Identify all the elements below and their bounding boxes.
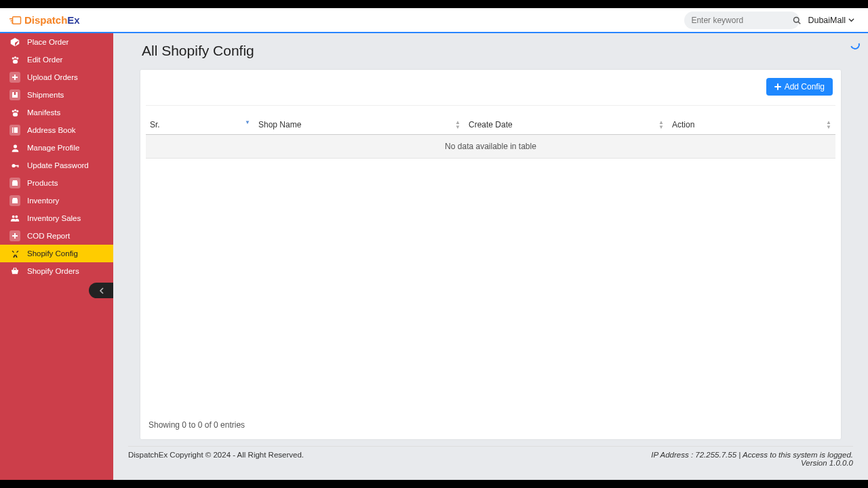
main-header: All Shopify Config — [113, 33, 868, 64]
sidebar-item-inventory-sales[interactable]: Inventory Sales — [0, 209, 113, 227]
svg-point-14 — [16, 110, 18, 112]
svg-point-4 — [794, 17, 800, 22]
sidebar-item-manifests[interactable]: Manifests — [0, 104, 113, 121]
letterbox-top — [0, 0, 868, 8]
users-icon — [9, 213, 20, 224]
letterbox-bottom — [0, 480, 868, 488]
col-sr-label: Sr. — [150, 120, 160, 129]
svg-point-9 — [12, 60, 17, 64]
col-action-label: Action — [672, 120, 694, 129]
brand-box-icon — [9, 16, 22, 25]
brand-text-2: Ex — [67, 14, 79, 26]
sidebar-item-upload-orders[interactable]: Upload Orders — [0, 68, 113, 86]
sidebar-item-address-book[interactable]: Address Book — [0, 121, 113, 139]
sidebar-collapse-button[interactable] — [89, 283, 114, 298]
sidebar-item-label: Address Book — [27, 126, 76, 134]
user-menu[interactable]: DubaiMall — [808, 16, 859, 25]
col-shop-name[interactable]: Shop Name ▲▼ — [254, 115, 465, 135]
svg-point-7 — [14, 56, 16, 58]
col-create-date-label: Create Date — [469, 120, 513, 129]
tools-icon — [9, 248, 20, 259]
app-window: DispatchEx DubaiMall Place Order — [0, 8, 868, 480]
svg-point-18 — [13, 144, 16, 148]
sidebar-item-label: Inventory — [27, 197, 59, 205]
sort-both-icon: ▲▼ — [455, 120, 460, 129]
store-icon — [9, 195, 20, 206]
col-action[interactable]: Action ▲▼ — [668, 115, 835, 135]
sidebar-item-edit-order[interactable]: Edit Order — [0, 51, 113, 68]
table-empty-row: No data available in table — [146, 135, 835, 159]
col-sr[interactable]: Sr. ▼ — [146, 115, 254, 135]
plus-icon — [9, 72, 20, 83]
sidebar-item-label: Manifests — [27, 108, 60, 117]
sidebar-item-label: COD Report — [27, 232, 70, 240]
sidebar-item-label: Inventory Sales — [27, 214, 81, 222]
footer-ip-line: IP Address : 72.255.7.55 | Access to thi… — [651, 451, 853, 459]
basket-icon — [9, 266, 20, 277]
sidebar-item-update-password[interactable]: Update Password — [0, 157, 113, 174]
sort-both-icon: ▲▼ — [658, 120, 664, 129]
table-info: Showing 0 to 0 of 0 entries — [146, 418, 835, 430]
config-table: Sr. ▼ Shop Name ▲▼ Create Date ▲▼ — [146, 115, 835, 159]
plus-icon — [774, 83, 781, 90]
svg-point-6 — [12, 57, 14, 59]
svg-point-23 — [15, 216, 18, 218]
sidebar-item-label: Edit Order — [27, 56, 62, 64]
svg-point-13 — [14, 109, 16, 111]
sidebar-item-shopify-orders[interactable]: Shopify Orders — [0, 262, 113, 280]
svg-rect-11 — [14, 92, 16, 95]
key-icon — [9, 160, 20, 171]
sidebar-item-cod-report[interactable]: COD Report — [0, 227, 113, 245]
svg-point-8 — [16, 57, 18, 59]
store-icon — [9, 178, 20, 188]
chevron-down-icon — [848, 17, 854, 23]
search-input[interactable] — [691, 16, 793, 25]
main: All Shopify Config Add Config — [113, 33, 868, 480]
plus-icon — [9, 230, 20, 241]
sidebar-item-label: Shopify Orders — [27, 267, 79, 275]
page-title: All Shopify Config — [142, 43, 254, 59]
paw-icon — [9, 107, 20, 118]
sidebar-item-label: Shipments — [27, 91, 64, 99]
svg-point-22 — [12, 216, 15, 218]
sidebar-item-label: Manage Profile — [27, 144, 79, 152]
footer-copyright: DispatchEx Copyright © 2024 - All Right … — [128, 451, 304, 467]
add-config-button[interactable]: Add Config — [766, 78, 833, 96]
topbar: DispatchEx DubaiMall — [0, 8, 868, 33]
sidebar: Place Order Edit Order Upload Orders Shi… — [0, 33, 113, 480]
sidebar-item-inventory[interactable]: Inventory — [0, 192, 113, 209]
user-name: DubaiMall — [808, 16, 846, 25]
card-toolbar: Add Config — [146, 77, 835, 106]
chevron-left-icon — [99, 287, 104, 294]
sidebar-item-label: Upload Orders — [27, 73, 78, 81]
brand-logo[interactable]: DispatchEx — [9, 14, 80, 26]
svg-rect-16 — [12, 127, 18, 133]
svg-rect-0 — [13, 16, 21, 24]
col-shop-name-label: Shop Name — [258, 120, 301, 129]
content-card: Add Config Sr. ▼ Shop Name ▲▼ — [140, 70, 841, 439]
sidebar-item-shopify-config[interactable]: Shopify Config — [0, 245, 113, 262]
sidebar-item-label: Shopify Config — [27, 249, 78, 258]
footer: DispatchEx Copyright © 2024 - All Right … — [128, 446, 853, 470]
svg-point-15 — [12, 113, 17, 117]
sidebar-item-place-order[interactable]: Place Order — [0, 33, 113, 51]
footer-right: IP Address : 72.255.7.55 | Access to thi… — [651, 451, 853, 467]
cube-icon — [9, 37, 20, 47]
col-create-date[interactable]: Create Date ▲▼ — [465, 115, 668, 135]
body: Place Order Edit Order Upload Orders Shi… — [0, 33, 868, 480]
svg-rect-21 — [17, 165, 18, 167]
sidebar-item-label: Place Order — [27, 38, 68, 46]
user-icon — [9, 142, 20, 153]
sidebar-item-label: Products — [27, 179, 58, 187]
table-header-row: Sr. ▼ Shop Name ▲▼ Create Date ▲▼ — [146, 115, 835, 135]
brand-text-1: Dispatch — [24, 14, 67, 26]
sidebar-item-products[interactable]: Products — [0, 174, 113, 192]
sidebar-item-manage-profile[interactable]: Manage Profile — [0, 139, 113, 157]
svg-point-12 — [12, 110, 14, 112]
table-empty-message: No data available in table — [146, 135, 835, 159]
search-box[interactable] — [684, 12, 800, 29]
add-config-label: Add Config — [785, 82, 825, 92]
search-icon[interactable] — [793, 16, 801, 24]
sidebar-item-shipments[interactable]: Shipments — [0, 86, 113, 104]
svg-line-5 — [799, 22, 801, 24]
